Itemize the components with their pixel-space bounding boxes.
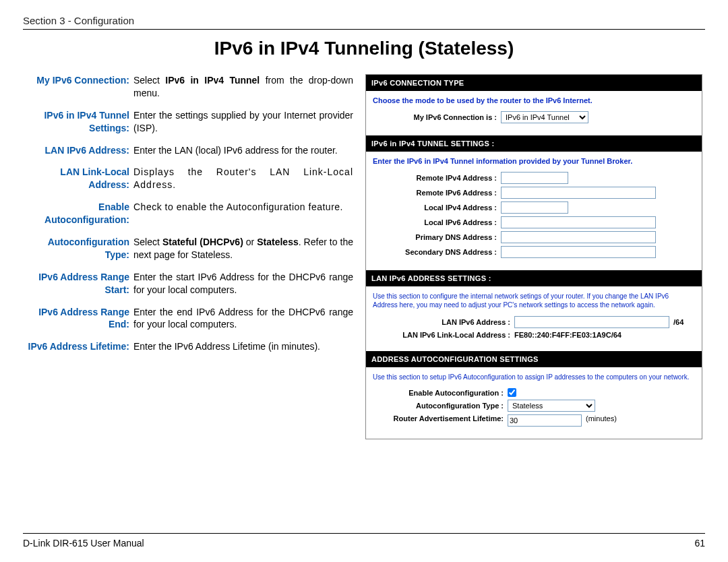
def-desc: Check to enable the Autoconfiguration fe… [133, 201, 353, 226]
suffix-prefix-length: /64 [673, 318, 684, 326]
text: Select [133, 75, 165, 86]
settings-panel: IPv6 CONNECTION TYPE Choose the mode to … [365, 74, 702, 439]
form-row: LAN IPv6 Address : /64 [373, 316, 695, 328]
footer-manual-name: D-Link DIR-615 User Manual [23, 538, 144, 549]
def-desc: Displays the Router's LAN Link-Local Add… [133, 166, 353, 191]
def-range-start: IPv6 Address Range Start: Enter the star… [23, 271, 353, 296]
def-desc: Enter the LAN (local) IPv6 address for t… [133, 144, 353, 157]
section-header: Section 3 - Configuration [23, 15, 705, 26]
panel-body: Use this section to configure the intern… [366, 286, 702, 351]
input-ra-lifetime[interactable] [508, 414, 582, 427]
text-bold: IPv6 in IPv4 Tunnel [165, 75, 260, 86]
def-term: IPv6 in IPv4 Tunnel Settings: [23, 109, 133, 135]
def-term: IPv6 Address Range Start: [23, 271, 133, 296]
panel-instruction: Choose the mode to be used by the router… [373, 96, 695, 104]
definitions-column: My IPv6 Connection: Select IPv6 in IPv4 … [23, 74, 353, 439]
label-autoconfig-type: Autoconfiguration Type : [373, 402, 508, 410]
def-enable-autoconf: Enable Autoconfiguration: Check to enabl… [23, 201, 353, 226]
divider-bottom [23, 533, 705, 534]
input-secondary-dns[interactable] [501, 246, 656, 258]
panel-body: Choose the mode to be used by the router… [366, 91, 702, 135]
def-link-local: LAN Link-Local Address: Displays the Rou… [23, 166, 353, 191]
label-my-ipv6-connection: My IPv6 Connection is : [373, 113, 501, 121]
panel-header-tunnel-settings: IPv6 in IPv4 TUNNEL SETTINGS : [366, 135, 702, 152]
label-remote-ipv4: Remote IPv4 Address : [373, 174, 501, 182]
input-local-ipv4[interactable] [501, 201, 568, 214]
checkbox-enable-autoconfig[interactable] [508, 388, 516, 397]
panel-header-connection-type: IPv6 CONNECTION TYPE [366, 75, 702, 91]
label-secondary-dns: Secondary DNS Address : [373, 248, 501, 256]
label-remote-ipv6: Remote IPv6 Address : [373, 189, 501, 197]
value-link-local: FE80::240:F4FF:FE03:1A9C/64 [514, 331, 621, 339]
form-row: Autoconfiguration Type : Stateless [373, 400, 695, 412]
form-row: LAN IPv6 Link-Local Address : FE80::240:… [373, 331, 695, 339]
panel-instruction: Use this section to configure the intern… [373, 292, 695, 309]
suffix-minutes: (minutes) [586, 414, 617, 423]
form-row: Router Advertisement Lifetime: (minutes) [373, 414, 695, 427]
panel-instruction: Enter the IPv6 in IPv4 Tunnel informatio… [373, 157, 695, 165]
text-bold: Stateful (DHCPv6) [162, 237, 243, 247]
def-my-ipv6-connection: My IPv6 Connection: Select IPv6 in IPv4 … [23, 74, 353, 100]
select-ipv6-connection[interactable]: IPv6 in IPv4 Tunnel [501, 111, 588, 123]
page-footer: D-Link DIR-615 User Manual 61 [23, 533, 705, 549]
content-columns: My IPv6 Connection: Select IPv6 in IPv4 … [23, 74, 705, 439]
input-primary-dns[interactable] [501, 231, 656, 243]
form-row: Remote IPv4 Address : [373, 172, 695, 184]
text: Select [133, 237, 162, 247]
label-enable-autoconfig: Enable Autoconfiguration : [373, 389, 508, 397]
label-primary-dns: Primary DNS Address : [373, 233, 501, 241]
panel-header-autoconfig: ADDRESS AUTOCONFIGURATION SETTINGS [366, 351, 702, 367]
input-local-ipv6[interactable] [501, 216, 656, 228]
label-local-ipv4: Local IPv4 Address : [373, 204, 501, 212]
page-title: IPv6 in IPv4 Tunneling (Stateless) [23, 38, 705, 59]
label-ra-lifetime: Router Advertisement Lifetime: [373, 414, 508, 423]
panel-body: Enter the IPv6 in IPv4 Tunnel informatio… [366, 152, 702, 270]
panel-instruction: Use this section to setup IPv6 Autoconfi… [373, 373, 695, 381]
panel-body: Use this section to setup IPv6 Autoconfi… [366, 367, 702, 439]
label-lan-ipv6-address: LAN IPv6 Address : [373, 318, 514, 326]
text-bold: Stateless [257, 237, 298, 247]
def-autoconf-type: Autoconfiguration Type: Select Stateful … [23, 236, 353, 261]
def-desc: Enter the start IPv6 Address for the DHC… [133, 271, 353, 296]
form-row: Secondary DNS Address : [373, 246, 695, 258]
panel-header-lan-address: LAN IPv6 ADDRESS SETTINGS : [366, 270, 702, 286]
form-row: Local IPv6 Address : [373, 216, 695, 228]
input-remote-ipv6[interactable] [501, 187, 656, 199]
text: or [243, 237, 257, 247]
def-desc: Select IPv6 in IPv4 Tunnel from the drop… [133, 74, 353, 100]
def-desc: Enter the settings supplied by your Inte… [133, 109, 353, 135]
def-tunnel-settings: IPv6 in IPv4 Tunnel Settings: Enter the … [23, 109, 353, 135]
def-term: IPv6 Address Range End: [23, 306, 133, 332]
form-row-connection: My IPv6 Connection is : IPv6 in IPv4 Tun… [373, 111, 695, 123]
label-link-local: LAN IPv6 Link-Local Address : [373, 331, 514, 339]
def-range-end: IPv6 Address Range End: Enter the end IP… [23, 306, 353, 332]
def-desc: Select Stateful (DHCPv6) or Stateless. R… [133, 236, 353, 261]
form-row: Remote IPv6 Address : [373, 187, 695, 199]
def-term: LAN Link-Local Address: [23, 166, 133, 191]
select-autoconfig-type[interactable]: Stateless [508, 400, 595, 412]
def-term: Autoconfiguration Type: [23, 236, 133, 261]
input-remote-ipv4[interactable] [501, 172, 568, 184]
input-lan-ipv6-address[interactable] [514, 316, 669, 328]
def-desc: Enter the end IPv6 Address for the DHCPv… [133, 306, 353, 332]
divider-top [23, 29, 705, 30]
def-term: Enable Autoconfiguration: [23, 201, 133, 226]
form-row: Local IPv4 Address : [373, 201, 695, 214]
footer-page-number: 61 [694, 538, 705, 549]
form-row: Primary DNS Address : [373, 231, 695, 243]
def-desc: Enter the IPv6 Address Lifetime (in minu… [133, 340, 353, 353]
def-term: IPv6 Address Lifetime: [23, 340, 133, 353]
label-local-ipv6: Local IPv6 Address : [373, 218, 501, 226]
form-row: Enable Autoconfiguration : [373, 388, 695, 397]
def-term: LAN IPv6 Address: [23, 144, 133, 157]
def-lan-ipv6: LAN IPv6 Address: Enter the LAN (local) … [23, 144, 353, 157]
def-term: My IPv6 Connection: [23, 74, 133, 100]
def-lifetime: IPv6 Address Lifetime: Enter the IPv6 Ad… [23, 340, 353, 353]
